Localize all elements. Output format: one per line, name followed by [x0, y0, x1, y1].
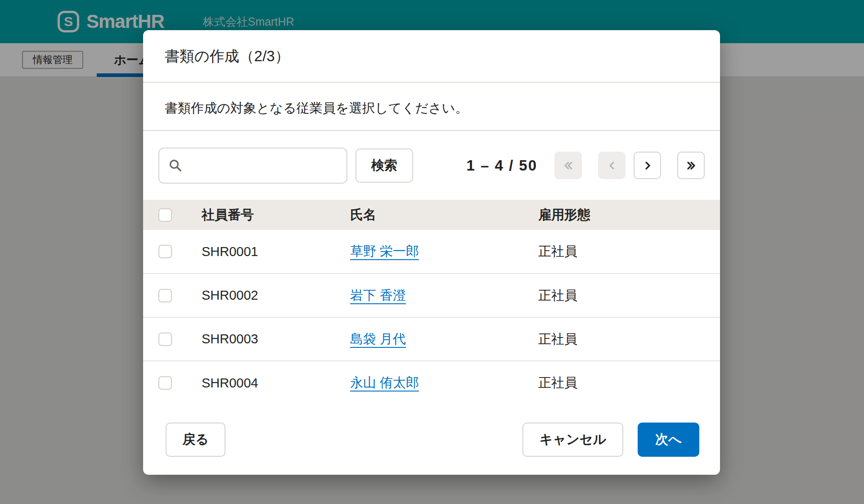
row-checkbox[interactable] [158, 289, 172, 302]
employee-name-link[interactable]: 永山 侑太郎 [350, 375, 419, 390]
back-button[interactable]: 戻る [166, 423, 225, 457]
select-all-checkbox[interactable] [158, 208, 172, 222]
dialog-description-bar: 書類作成の対象となる従業員を選択してください。 [143, 83, 720, 131]
employment-type: 正社員 [538, 230, 720, 274]
document-creation-dialog: 書類の作成（2/3） 書類作成の対象となる従業員を選択してください。 検索 1 … [143, 30, 720, 475]
next-button[interactable]: 次へ [638, 423, 699, 457]
first-page-button[interactable] [554, 152, 582, 179]
dialog-title-bar: 書類の作成（2/3） [143, 30, 720, 83]
employee-name-link[interactable]: 草野 栄一郎 [350, 244, 419, 258]
employee-name-link[interactable]: 島袋 月代 [350, 332, 406, 346]
employment-type: 正社員 [538, 274, 720, 317]
double-chevron-right-icon [685, 159, 698, 172]
dialog-title: 書類の作成（2/3） [165, 46, 698, 67]
search-pagination-toolbar: 検索 1 – 4 / 50 [143, 131, 720, 200]
column-header-employment-type: 雇用形態 [538, 200, 720, 230]
dialog-footer: 戻る キャンセル 次へ [143, 405, 720, 475]
chevron-left-icon [606, 159, 618, 172]
next-page-button[interactable] [634, 152, 661, 179]
cancel-button[interactable]: キャンセル [522, 423, 623, 457]
employee-table: 社員番号 氏名 雇用形態 SHR0001 草野 栄一郎 正社員 SHR0002 … [143, 200, 720, 405]
search-button[interactable]: 検索 [356, 148, 413, 183]
footer-action-group: キャンセル 次へ [522, 423, 699, 457]
employee-id: SHR0002 [202, 274, 350, 317]
pagination-range-label: 1 – 4 / 50 [466, 157, 537, 174]
prev-page-button[interactable] [598, 152, 626, 179]
search-input[interactable] [189, 148, 351, 183]
row-checkbox[interactable] [158, 333, 172, 346]
table-row: SHR0004 永山 侑太郎 正社員 [143, 361, 720, 405]
column-header-name: 氏名 [350, 200, 538, 230]
chevron-right-icon [641, 159, 654, 172]
table-row: SHR0001 草野 栄一郎 正社員 [143, 230, 720, 274]
screen: S SmartHR 株式会社SmartHR 情報管理 ホーム 書類の作成（2/3… [0, 0, 864, 504]
employee-id: SHR0001 [202, 230, 350, 274]
employee-id: SHR0004 [202, 361, 350, 405]
double-chevron-left-icon [562, 159, 575, 172]
dialog-description: 書類作成の対象となる従業員を選択してください。 [165, 99, 698, 117]
employment-type: 正社員 [538, 317, 720, 361]
table-row: SHR0002 岩下 香澄 正社員 [143, 274, 720, 317]
search-icon [168, 158, 183, 173]
table-row: SHR0003 島袋 月代 正社員 [143, 317, 720, 361]
search-box [158, 148, 347, 184]
employee-name-link[interactable]: 岩下 香澄 [350, 288, 406, 302]
last-page-button[interactable] [677, 152, 705, 179]
row-checkbox[interactable] [158, 245, 172, 258]
employment-type: 正社員 [538, 361, 720, 405]
column-header-employee-id: 社員番号 [202, 200, 350, 230]
row-checkbox[interactable] [158, 376, 172, 390]
table-header-row: 社員番号 氏名 雇用形態 [143, 200, 720, 230]
employee-id: SHR0003 [202, 317, 350, 361]
